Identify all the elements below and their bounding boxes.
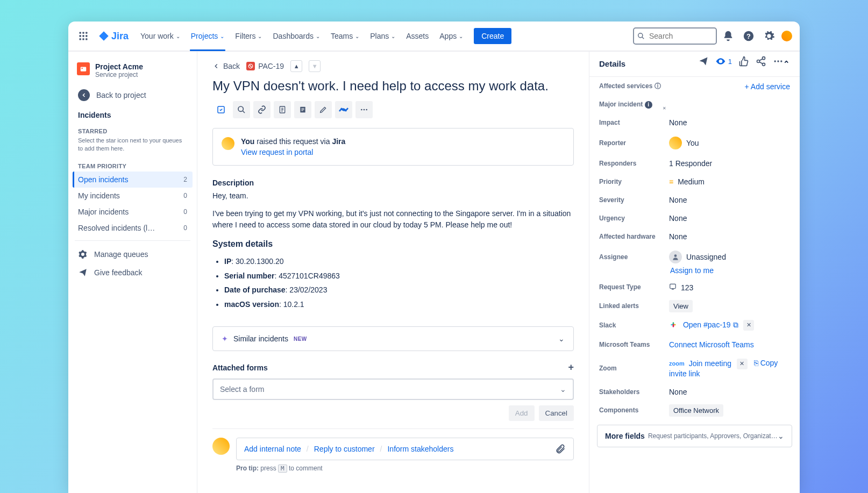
queue-item-major-incidents[interactable]: Major incidents0 bbox=[73, 204, 193, 220]
priority-value[interactable]: ≡Medium bbox=[669, 177, 790, 186]
watch-button[interactable]: 1 bbox=[715, 56, 732, 67]
jira-logo[interactable]: Jira bbox=[94, 31, 133, 42]
reporter-value[interactable]: You bbox=[669, 137, 790, 149]
linked-alerts-value[interactable]: View bbox=[669, 302, 790, 310]
queue-count: 2 bbox=[183, 176, 187, 183]
reporter-label: Reporter bbox=[599, 139, 669, 147]
more-actions-icon[interactable] bbox=[773, 56, 784, 67]
issue-title[interactable]: My VPN doesn't work. I need help to acce… bbox=[212, 78, 574, 94]
next-issue-button[interactable]: ▼ bbox=[309, 60, 321, 72]
sidebar: Project Acme Service project Back to pro… bbox=[68, 52, 197, 493]
nav-item-filters[interactable]: Filters⌄ bbox=[230, 27, 267, 45]
queue-item-resolved-incidents-last-[interactable]: Resolved incidents (last ...0 bbox=[73, 220, 193, 236]
like-icon[interactable] bbox=[738, 56, 749, 67]
add-form-icon[interactable]: + bbox=[568, 362, 574, 373]
search-input[interactable] bbox=[633, 27, 717, 45]
notifications-icon[interactable] bbox=[719, 27, 737, 45]
nav-item-your-work[interactable]: Your work⌄ bbox=[135, 27, 186, 45]
manage-queues-link[interactable]: Manage queues bbox=[73, 245, 193, 263]
search-in-issue-button[interactable] bbox=[233, 101, 250, 118]
urgency-label: Urgency bbox=[599, 215, 669, 222]
nav-item-dashboards[interactable]: Dashboards⌄ bbox=[267, 27, 325, 45]
back-to-project-link[interactable]: Back to project bbox=[73, 85, 193, 105]
document-button[interactable] bbox=[294, 101, 311, 118]
form-select-dropdown[interactable]: Select a form ⌄ bbox=[212, 378, 574, 400]
stakeholders-value[interactable]: None bbox=[669, 388, 790, 396]
similar-incidents-panel[interactable]: ✦ Similar incidents NEW ⌄ bbox=[212, 326, 574, 351]
tab-inform-stakeholders[interactable]: Inform stakeholders bbox=[387, 445, 453, 453]
help-icon[interactable]: ? bbox=[739, 27, 758, 45]
megaphone-icon bbox=[78, 268, 88, 277]
info-icon[interactable]: ⓘ bbox=[654, 82, 661, 90]
responders-value[interactable]: 1 Responder bbox=[669, 159, 790, 168]
app-switcher-icon[interactable] bbox=[75, 27, 92, 45]
view-request-portal-link[interactable]: View request in portal bbox=[241, 148, 345, 156]
link-button[interactable] bbox=[253, 101, 271, 118]
svg-point-22 bbox=[238, 106, 243, 111]
urgency-value[interactable]: None bbox=[669, 214, 790, 223]
queue-item-my-incidents[interactable]: My incidents0 bbox=[73, 188, 193, 204]
more-fields-panel[interactable]: More fields Request participants, Approv… bbox=[597, 425, 792, 447]
nav-item-apps[interactable]: Apps⌄ bbox=[434, 27, 468, 45]
queue-item-open-incidents[interactable]: Open incidents2 bbox=[73, 172, 193, 188]
svg-point-12 bbox=[763, 57, 765, 60]
share-icon[interactable] bbox=[756, 56, 766, 67]
breadcrumb-back[interactable]: Back bbox=[212, 62, 240, 70]
svg-rect-2 bbox=[86, 32, 87, 34]
hardware-value[interactable]: None bbox=[669, 232, 790, 241]
severity-value[interactable]: None bbox=[669, 196, 790, 204]
sparkle-icon: ✦ bbox=[222, 334, 228, 343]
components-value[interactable]: Office Network bbox=[669, 406, 790, 415]
components-label: Components bbox=[599, 406, 669, 414]
system-details-list: IP: 30.20.1300.20Serial number: 4527101C… bbox=[212, 254, 574, 311]
chevron-down-icon: ⌄ bbox=[258, 33, 262, 39]
zoom-value: zoom Join meeting ✕ ⎘ Copy invite link bbox=[669, 359, 790, 378]
add-form-button: Add bbox=[509, 405, 535, 421]
description-p2: I've been trying to get my VPN working, … bbox=[212, 208, 574, 231]
zoom-remove-button[interactable]: ✕ bbox=[737, 359, 748, 369]
impact-value[interactable]: None bbox=[669, 118, 790, 127]
svg-rect-5 bbox=[86, 35, 87, 37]
issue-key[interactable]: PAC-19 bbox=[246, 62, 284, 70]
give-feedback-link[interactable]: Give feedback bbox=[73, 263, 193, 282]
tab-internal-note[interactable]: Add internal note bbox=[244, 445, 301, 453]
assignee-label: Assignee bbox=[599, 253, 669, 261]
nav-item-assets[interactable]: Assets bbox=[401, 27, 434, 45]
attachment-icon[interactable] bbox=[555, 444, 566, 454]
request-type-value[interactable]: 123 bbox=[669, 283, 790, 292]
assign-to-me-link[interactable]: Assign to me bbox=[660, 266, 800, 278]
nav-item-teams[interactable]: Teams⌄ bbox=[325, 27, 365, 45]
top-navigation: Jira Your work⌄Projects⌄Filters⌄Dashboar… bbox=[68, 22, 800, 52]
request-raised-text: You raised this request via Jira bbox=[241, 137, 345, 146]
slack-remove-button[interactable]: ✕ bbox=[743, 320, 754, 331]
pen-button[interactable] bbox=[315, 101, 332, 118]
svg-rect-0 bbox=[80, 32, 81, 34]
svg-rect-3 bbox=[80, 35, 81, 37]
severity-label: Severity bbox=[599, 196, 669, 204]
search-icon bbox=[637, 32, 645, 40]
nav-item-projects[interactable]: Projects⌄ bbox=[186, 27, 230, 45]
feedback-icon[interactable] bbox=[698, 56, 709, 67]
search-box[interactable] bbox=[633, 27, 717, 45]
confluence-button[interactable] bbox=[335, 101, 352, 118]
profile-avatar[interactable] bbox=[780, 30, 793, 42]
project-header[interactable]: Project Acme Service project bbox=[73, 60, 193, 85]
assignee-value[interactable]: Unassigned bbox=[669, 251, 790, 263]
comment-box[interactable]: Add internal note / Reply to customer / … bbox=[236, 438, 574, 460]
cancel-form-button[interactable]: Cancel bbox=[539, 405, 574, 421]
more-toolbar-button[interactable] bbox=[355, 101, 373, 118]
settings-icon[interactable] bbox=[760, 27, 778, 45]
create-button[interactable]: Create bbox=[474, 28, 511, 44]
zoom-join-link[interactable]: Join meeting bbox=[689, 359, 731, 367]
slack-icon bbox=[669, 320, 678, 329]
add-content-button[interactable] bbox=[212, 101, 230, 118]
add-service-link[interactable]: + Add service bbox=[745, 82, 790, 91]
slack-open-link[interactable]: Open #pac-19 ⧉ bbox=[683, 320, 738, 328]
nav-item-plans[interactable]: Plans⌄ bbox=[365, 27, 401, 45]
tab-reply-customer[interactable]: Reply to customer bbox=[314, 445, 375, 453]
issue-actions: 1 bbox=[698, 56, 784, 67]
page-button[interactable] bbox=[274, 101, 291, 118]
prev-issue-button[interactable]: ▲ bbox=[290, 60, 302, 72]
connect-teams-link[interactable]: Connect Microsoft Teams bbox=[669, 340, 790, 349]
svg-point-16 bbox=[777, 60, 779, 62]
